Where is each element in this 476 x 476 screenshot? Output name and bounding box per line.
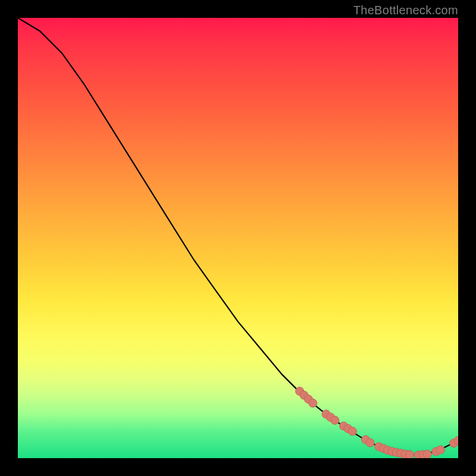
bottleneck-curve-line [18,18,458,455]
chart-plot-area [18,18,458,458]
data-marker [423,450,431,458]
watermark-text: TheBottleneck.com [353,4,458,17]
data-marker [309,399,317,408]
data-marker [436,446,444,454]
data-marker [331,416,339,424]
data-marker [366,439,374,447]
data-marker [406,450,414,458]
chart-frame: TheBottleneck.com [0,0,476,476]
chart-svg [18,18,458,458]
bottleneck-markers-group [296,387,458,458]
data-marker [348,427,356,436]
